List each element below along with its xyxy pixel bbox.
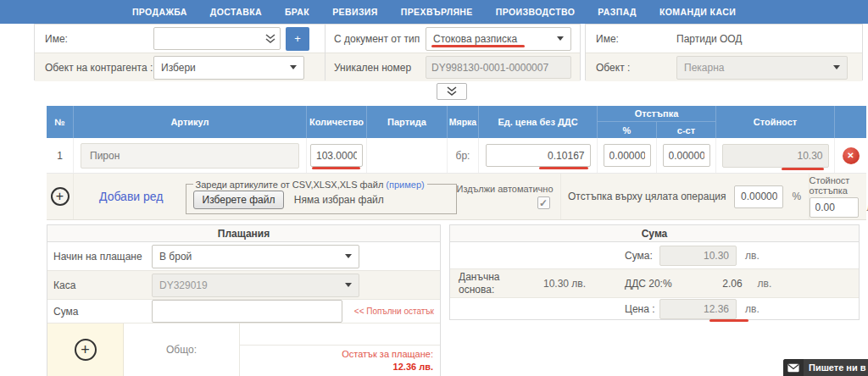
company-object-select[interactable]: Пекарна: [676, 56, 848, 80]
col-header-num: №: [47, 106, 74, 138]
add-contractor-button[interactable]: +: [286, 27, 309, 51]
company-name-label: Име:: [596, 33, 676, 45]
add-row-plus-icon[interactable]: [51, 187, 70, 206]
col-header-discount: Отстъпка: [598, 106, 715, 122]
csv-example-link[interactable]: (пример): [386, 180, 424, 190]
tax-base-label: Данъчна основа:: [459, 271, 540, 296]
document-type-label: С документ от тип: [334, 33, 426, 45]
tax-base-value: 10.30 лв.: [540, 278, 625, 290]
nav-item-transfer[interactable]: ПРЕХВЪРЛЯНЕ: [401, 7, 473, 17]
caret-down-icon: [345, 254, 352, 258]
row-quantity-cell: [307, 138, 367, 173]
nav-item-cash-commands[interactable]: КОМАНДИ КАСИ: [659, 7, 736, 17]
nav-item-production[interactable]: ПРОИЗВОДСТВО: [496, 7, 576, 17]
nav-item-delivery[interactable]: ДОСТАВКА: [210, 7, 262, 17]
auto-pay-checkbox[interactable]: [537, 196, 550, 209]
annotation-underline: [539, 167, 588, 169]
contractor-object-select[interactable]: Избери: [153, 56, 304, 80]
discount-value-input[interactable]: [810, 197, 859, 218]
row-value-cell: [716, 138, 835, 173]
operation-discount-label: Отстъпка върху цялата операция: [568, 191, 726, 202]
totals-panel-title: Сума: [450, 225, 859, 242]
caret-down-icon: [833, 65, 840, 69]
nav-item-breakdown[interactable]: РАЗПАД: [598, 7, 637, 17]
col-header-price: Ед. цена без ДДС: [479, 106, 598, 138]
row-value-input: [722, 144, 829, 168]
remainder-label: Остатък за плащане:: [342, 349, 433, 359]
contractor-panel: Име: + Обект на контрагента : Избери: [34, 24, 329, 80]
payment-method-select[interactable]: В брой: [152, 245, 359, 268]
row-batch-cell[interactable]: [367, 138, 448, 173]
col-header-discount-group: Отстъпка % с-ст: [598, 106, 716, 138]
row-price-cell: [479, 138, 598, 173]
items-table-header: № Артикул Количество Партида Мярка Ед. ц…: [47, 106, 866, 138]
article-input[interactable]: [81, 143, 299, 169]
remainder-value: 12.36 лв.: [393, 362, 433, 372]
nav-item-sale[interactable]: ПРОДАЖБА: [132, 7, 187, 17]
fill-remainder-link[interactable]: << Попълни остатък: [354, 307, 434, 316]
row-actions-cell: [835, 138, 866, 173]
contractor-object-label: Обект на контрагента :: [45, 62, 153, 74]
document-type-select[interactable]: Стокова разписка: [426, 27, 571, 51]
company-panel: Име: Партиди ООД Обект : Пекарна: [585, 24, 863, 80]
payments-bottom: Общо: Остатък за плащане: 12.36 лв.: [47, 323, 440, 376]
caret-down-icon: [290, 65, 297, 69]
col-header-discount-pct: %: [598, 122, 657, 138]
cash-register-value: DY329019: [159, 279, 208, 291]
row-discount-amt-cell: [657, 138, 716, 173]
auto-pay-block: Издължи автоматично: [457, 184, 554, 209]
price-label: Цена :: [625, 303, 659, 315]
chat-widget-label: Пишете ни в: [809, 362, 866, 373]
caret-down-icon: [557, 36, 564, 41]
payment-method-label: Начин на плащане: [53, 251, 152, 263]
collapse-header-button[interactable]: [437, 83, 467, 100]
col-header-discount-amt: с-ст: [657, 122, 715, 138]
discount-pct-input[interactable]: [604, 144, 651, 167]
top-nav: ПРОДАЖБА ДОСТАВКА БРАК РЕВИЗИЯ ПРЕХВЪРЛЯ…: [0, 0, 868, 24]
chat-widget[interactable]: Пишете ни в: [783, 359, 868, 376]
choose-file-button[interactable]: Изберете файл: [193, 191, 285, 209]
items-table: № Артикул Количество Партида Мярка Ед. ц…: [47, 106, 866, 220]
col-header-quantity: Количество: [307, 106, 367, 138]
contractor-object-value: Избери: [161, 62, 196, 74]
col-header-actions: [835, 106, 866, 138]
vat-label: ДДС 20:%: [625, 278, 672, 290]
add-payment-cell: [47, 323, 124, 376]
quantity-input[interactable]: [310, 144, 363, 167]
company-object-value: Пекарна: [684, 62, 724, 74]
totals-panel: Сума Сума: лв. Данъчна основа: 10.30 лв.…: [449, 224, 860, 320]
caret-down-icon: [345, 283, 352, 287]
document-type-value: Стокова разписка: [433, 33, 517, 45]
payment-amount-input[interactable]: [152, 300, 342, 323]
cash-register-select[interactable]: DY329019: [152, 274, 359, 297]
annotation-underline: [782, 168, 824, 170]
price-currency: лв.: [745, 303, 760, 315]
company-object-label: Обект :: [596, 62, 676, 74]
unit-price-input[interactable]: [486, 144, 591, 167]
discount-value-label: Стойност отстъпка: [810, 175, 868, 196]
operation-discount-input[interactable]: [734, 185, 783, 208]
add-payment-plus-icon[interactable]: [75, 339, 97, 361]
price-input: [659, 299, 737, 319]
payment-amount-label: Сума: [53, 306, 152, 318]
row-discount-pct-cell: [598, 138, 657, 173]
discount-amt-input[interactable]: [663, 144, 710, 167]
file-status-text: Няма избран файл: [294, 194, 384, 206]
annotation-underline: [431, 45, 525, 47]
payments-panel: Плащания Начин на плащане В брой Каса DY…: [47, 224, 441, 376]
document-panel: С документ от тип Стокова разписка Уника…: [325, 24, 581, 80]
contractor-name-input[interactable]: [153, 27, 281, 50]
payments-panel-title: Плащания: [47, 225, 440, 242]
row-article-cell: [74, 138, 307, 173]
envelope-icon: [783, 359, 804, 376]
double-chevron-down-icon[interactable]: [264, 34, 276, 44]
row-num: 1: [47, 138, 74, 173]
row-unit-cell: бр:: [448, 138, 479, 173]
nav-item-revision[interactable]: РЕВИЗИЯ: [332, 7, 378, 17]
add-row-link[interactable]: Добави ред: [99, 190, 164, 203]
col-header-value: Стойност: [716, 106, 835, 138]
cash-register-label: Каса: [53, 279, 152, 291]
delete-row-button[interactable]: [843, 147, 860, 164]
nav-item-scrap[interactable]: БРАК: [285, 7, 309, 17]
payments-total-label: Общо:: [124, 323, 240, 376]
